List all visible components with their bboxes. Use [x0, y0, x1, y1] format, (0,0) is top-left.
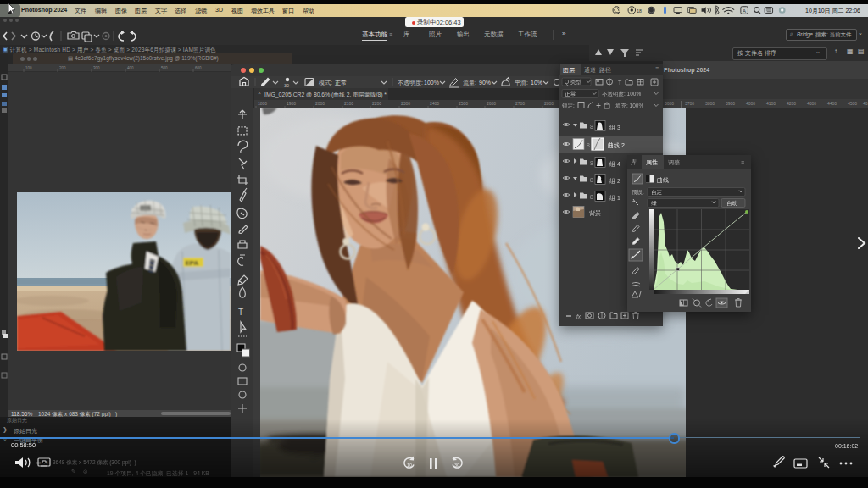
svg-text:Q 类型: Q 类型 [565, 79, 581, 86]
svg-text:不透明度: 100%: 不透明度: 100% [602, 91, 641, 97]
svg-text:属性: 属性 [646, 159, 658, 165]
svg-text:2200: 2200 [372, 101, 381, 106]
svg-text:2500: 2500 [459, 101, 468, 106]
svg-text:10: 10 [407, 463, 412, 468]
svg-text:2800: 2800 [544, 101, 554, 106]
svg-text:曲线: 曲线 [657, 177, 669, 184]
svg-text:1900: 1900 [287, 101, 296, 106]
svg-text:2000: 2000 [315, 101, 325, 106]
svg-text:30: 30 [284, 83, 289, 88]
svg-text:8: 8 [590, 124, 593, 130]
svg-text:自定: 自定 [651, 189, 663, 196]
svg-text:2700: 2700 [515, 101, 525, 106]
svg-text:库: 库 [631, 159, 637, 165]
svg-text:46: 46 [863, 101, 868, 106]
svg-text:90%: 90% [479, 80, 491, 86]
svg-text:1800: 1800 [258, 101, 267, 106]
svg-text:背景: 背景 [589, 210, 601, 216]
svg-text:30: 30 [454, 463, 459, 468]
svg-text:fx: fx [576, 313, 581, 319]
svg-text:400: 400 [127, 66, 134, 70]
svg-text:4200: 4200 [787, 101, 796, 106]
svg-text:组 4: 组 4 [609, 161, 620, 167]
svg-text:T: T [238, 308, 243, 317]
svg-text:≡: ≡ [741, 159, 744, 165]
svg-text:A: A [743, 8, 746, 14]
svg-text:模式:: 模式: [319, 80, 332, 86]
svg-text:8: 8 [587, 142, 590, 148]
svg-text:3800: 3800 [705, 101, 715, 106]
svg-text:锁定:: 锁定: [561, 103, 575, 109]
svg-text:4400: 4400 [827, 101, 837, 106]
svg-text:10%: 10% [531, 80, 542, 86]
svg-text:预设:: 预设: [632, 189, 644, 196]
svg-text:绿: 绿 [651, 200, 657, 206]
svg-text:200: 200 [59, 66, 66, 70]
svg-text:8: 8 [590, 177, 593, 183]
svg-text:100%: 100% [424, 80, 439, 86]
svg-text:组 1: 组 1 [609, 195, 620, 201]
svg-text:8: 8 [590, 194, 593, 200]
svg-text:T: T [618, 80, 622, 86]
svg-text:正常: 正常 [565, 91, 576, 97]
svg-text:600: 600 [195, 66, 202, 70]
svg-text:调整: 调整 [668, 159, 680, 166]
svg-text:4000: 4000 [746, 101, 755, 106]
svg-text:4100: 4100 [766, 101, 776, 106]
svg-text:3900: 3900 [726, 101, 735, 106]
svg-text:2400: 2400 [430, 101, 439, 106]
svg-text:18: 18 [637, 8, 642, 14]
svg-text:正常: 正常 [335, 80, 347, 86]
svg-text:填充: 100%: 填充: 100% [615, 103, 643, 109]
svg-text:平滑:: 平滑: [515, 80, 528, 86]
svg-text:流量:: 流量: [463, 80, 476, 86]
svg-text:2600: 2600 [487, 101, 496, 106]
svg-text:3600: 3600 [665, 101, 674, 106]
svg-text:EPA: EPA [186, 259, 199, 267]
svg-text:300: 300 [93, 66, 100, 70]
svg-text:3700: 3700 [685, 101, 694, 106]
svg-text:2300: 2300 [401, 101, 410, 106]
svg-text:曲线 2: 曲线 2 [608, 142, 625, 149]
svg-text:组 3: 组 3 [609, 125, 620, 130]
svg-text:不透明度:: 不透明度: [398, 80, 423, 86]
svg-text:自动: 自动 [726, 200, 737, 207]
svg-text:500: 500 [161, 66, 168, 70]
svg-text:4300: 4300 [807, 101, 816, 106]
svg-text:100: 100 [25, 66, 32, 70]
svg-text:4500: 4500 [848, 101, 857, 106]
svg-text:组 2: 组 2 [609, 178, 620, 184]
svg-text:2100: 2100 [344, 101, 353, 106]
svg-text:8: 8 [590, 160, 593, 166]
